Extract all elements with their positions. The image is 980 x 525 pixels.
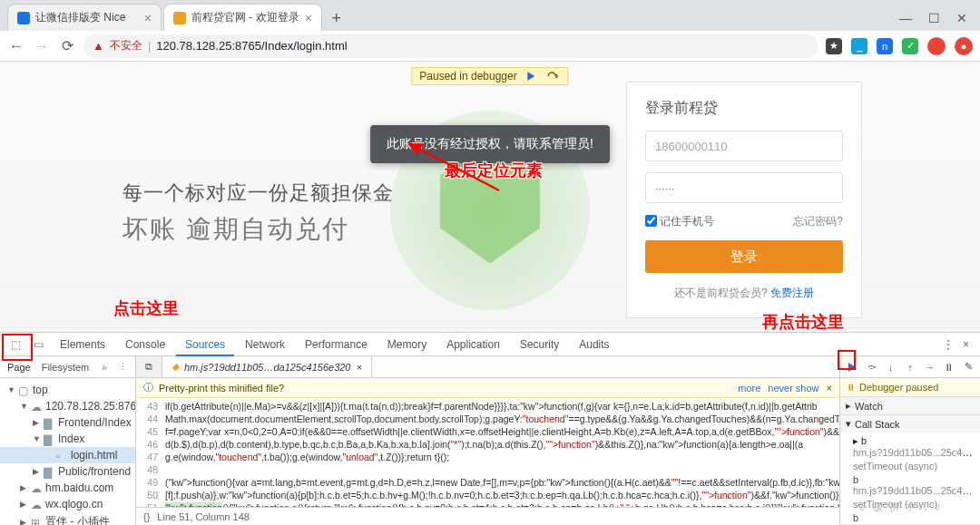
paused-label: Paused in debugger	[419, 70, 516, 83]
inspect-icon[interactable]: ⬚	[5, 334, 26, 355]
step-icon[interactable]	[546, 70, 561, 83]
tree-item[interactable]: ▼☁120.78.128.25:8765	[0, 398, 135, 414]
more-icon[interactable]: »	[102, 362, 107, 373]
devtools: ⬚ ▭ ElementsConsoleSourcesNetworkPerform…	[0, 332, 980, 525]
snippets-tab[interactable]: ⧉	[136, 356, 162, 377]
subtab-page[interactable]: Page	[7, 362, 31, 373]
stack-frame[interactable]: ▸ bhm.js?19dd11b05...25c4156e320:	[853, 434, 975, 459]
tree-item[interactable]: ▶⊞置伴 - 小插件	[0, 512, 135, 525]
minimize-icon[interactable]: —	[899, 11, 912, 25]
watch-label: Watch	[855, 401, 883, 412]
cursor-position: Line 51, Column 148	[157, 511, 250, 522]
slogan: 每一个标对应一份足额担保金 坏账 逾期自动兑付	[122, 180, 394, 247]
file-tab-active[interactable]: ◆ hm.js?19dd11b05…da125c4156e320 ×	[162, 356, 372, 377]
dbg-toolbar-icon[interactable]: ↓	[885, 361, 897, 374]
close-window-icon[interactable]: ✕	[956, 11, 967, 25]
window-controls: — ☐ ✕	[899, 11, 980, 31]
register-link[interactable]: 免费注册	[770, 287, 814, 299]
favicon-icon	[173, 12, 186, 24]
extension-icon[interactable]: ★	[826, 38, 842, 54]
tree-item[interactable]: ▼▇Index	[0, 431, 135, 447]
editor-status: {} Line 51, Column 148	[136, 507, 839, 525]
forward-button[interactable]: →	[33, 37, 51, 55]
pause-icon: ⏸	[846, 382, 856, 393]
tree-item[interactable]: ▶☁hm.baidu.com	[0, 480, 135, 496]
dbg-toolbar-icon[interactable]: ⏸	[943, 361, 955, 374]
tree-item[interactable]: ▶▇Frontend/Index	[0, 414, 135, 431]
forgot-link[interactable]: 忘记密码?	[793, 214, 843, 229]
devtools-tab-audits[interactable]: Audits	[570, 334, 618, 355]
devtools-tab-memory[interactable]: Memory	[378, 334, 436, 355]
reload-button[interactable]: ⟳	[58, 37, 76, 55]
tab-label: 让微信排版变 Nice	[35, 10, 139, 25]
extension-icon[interactable]: ✓	[902, 38, 918, 54]
extension-icon[interactable]: ⎯	[851, 38, 867, 54]
slogan-line: 坏账 逾期自动兑付	[122, 212, 394, 247]
device-icon[interactable]: ▭	[28, 334, 49, 355]
dbg-toolbar-icon[interactable]: ↑	[904, 361, 916, 374]
more-link[interactable]: more	[738, 383, 760, 394]
dbg-toolbar-icon[interactable]: ⤼	[865, 361, 877, 374]
never-show-link[interactable]: never show	[768, 383, 818, 394]
remember-label: 记住手机号	[660, 215, 714, 228]
phone-input[interactable]	[645, 131, 843, 161]
maximize-icon[interactable]: ☐	[928, 11, 940, 25]
sources-editor: ⧉ ◆ hm.js?19dd11b05…da125c4156e320 × ⓘ P…	[136, 356, 839, 525]
snippets-icon: ⧉	[145, 361, 152, 373]
debugger-paused-banner: ⏸ Debugger paused	[840, 378, 980, 397]
slogan-line: 每一个标对应一份足额担保金	[122, 180, 394, 207]
resume-icon[interactable]	[524, 70, 539, 83]
devtools-tab-sources[interactable]: Sources	[176, 334, 234, 355]
tree-item[interactable]: ▶☁wx.qlogo.cn	[0, 496, 135, 512]
close-icon[interactable]: ×	[357, 362, 362, 373]
close-icon[interactable]: ×	[305, 11, 312, 25]
file-icon: ◆	[172, 361, 179, 373]
extension-icon[interactable]: n	[877, 38, 893, 54]
settings-icon[interactable]: ⋮	[943, 338, 954, 351]
back-button[interactable]: ←	[7, 37, 25, 55]
menu-icon[interactable]: ⋮	[118, 361, 128, 373]
tab-label: 前程贷官网 - 欢迎登录	[191, 10, 299, 25]
devtools-tab-network[interactable]: Network	[236, 334, 294, 355]
devtools-tab-application[interactable]: Application	[437, 334, 509, 355]
devtools-tab-console[interactable]: Console	[116, 334, 174, 355]
browser-tab-0[interactable]: 让微信排版变 Nice ×	[7, 4, 162, 31]
subtab-filesystem[interactable]: Filesystem	[42, 362, 90, 373]
watch-header[interactable]: ▸Watch	[840, 397, 980, 414]
close-devtools-icon[interactable]: ×	[963, 338, 969, 351]
tree-item[interactable]: ▶▇Public/frontend	[0, 463, 135, 480]
extension-icons: ★ ⎯ n ✓ ●	[826, 37, 973, 55]
remember-checkbox[interactable]: 记住手机号	[645, 214, 714, 229]
devtools-tab-performance[interactable]: Performance	[296, 334, 377, 355]
profile-avatar[interactable]: ●	[955, 37, 973, 55]
tree-item[interactable]: ▼▢top	[0, 382, 135, 398]
callstack-header[interactable]: ▾Call Stack	[840, 415, 980, 433]
ime-indicator: ⊕ 极 拼 中 ↓ ⇧	[858, 501, 944, 514]
dbg-toolbar-icon[interactable]	[846, 361, 858, 374]
close-icon[interactable]: ×	[144, 11, 152, 25]
password-input[interactable]	[645, 172, 843, 203]
dbg-toolbar-icon[interactable]: →	[924, 361, 936, 374]
chevron-down-icon: ▾	[846, 418, 851, 430]
url-text: 120.78.128.25:8765/Index/login.html	[156, 39, 347, 53]
stack-frame[interactable]: setTimeout (async)	[853, 459, 975, 473]
browser-tab-1[interactable]: 前程贷官网 - 欢迎登录 ×	[163, 4, 322, 31]
login-panel: 登录前程贷 记住手机号 忘记密码? 登录 还不是前程贷会员? 免费注册	[626, 82, 862, 318]
tree-item[interactable]: ▫login.html	[0, 447, 135, 463]
devtools-tabs: ⬚ ▭ ElementsConsoleSourcesNetworkPerform…	[0, 333, 980, 356]
devtools-tab-elements[interactable]: Elements	[51, 334, 114, 355]
login-button[interactable]: 登录	[645, 240, 843, 273]
url-field[interactable]: ▲ 不安全 | 120.78.128.25:8765/Index/login.h…	[83, 34, 818, 58]
dbg-toolbar-icon[interactable]: ✎	[963, 361, 975, 374]
stack-frame[interactable]: bhm.js?19dd11b05...25c4156e320:	[853, 473, 975, 497]
code-area[interactable]: 4344454647484950515253545556 if(b.getAtt…	[136, 398, 839, 507]
close-icon[interactable]: ×	[827, 383, 832, 394]
new-tab-button[interactable]: +	[324, 5, 349, 31]
format-icon[interactable]: {}	[143, 511, 150, 522]
profile-icon[interactable]	[927, 37, 946, 55]
callstack-label: Call Stack	[855, 419, 900, 430]
file-tabs: ⧉ ◆ hm.js?19dd11b05…da125c4156e320 ×	[136, 356, 839, 378]
register-text: 还不是前程贷会员?	[674, 287, 770, 299]
debugger-toolbar: ⤼↓↑→⏸✎	[840, 356, 980, 378]
devtools-tab-security[interactable]: Security	[511, 334, 568, 355]
